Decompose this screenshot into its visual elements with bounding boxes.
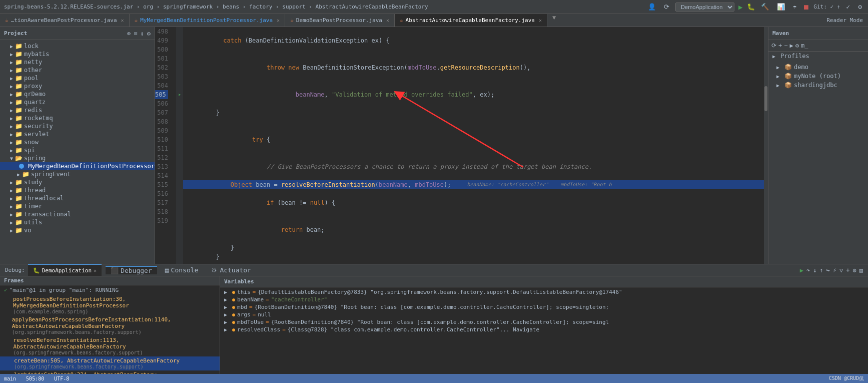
tab-actuator[interactable]: ⛭ Actuator	[206, 266, 256, 274]
sidebar-item-utils[interactable]: ▶ 📁 utils	[0, 218, 155, 226]
sidebar-settings-icon[interactable]: ⚙	[147, 30, 151, 37]
sidebar-item-springevent[interactable]: ▶ 📁 springEvent	[0, 170, 155, 178]
sidebar-item-pool[interactable]: ▶ 📁 pool	[0, 74, 155, 82]
frame-item-3[interactable]: resolveBeforeInstantiation:1113, Abstrac…	[0, 336, 220, 356]
frame-item-5[interactable]: lambda$doGetBean$0:324, AbstractBeanFact…	[0, 370, 220, 374]
editor-area: 498 499 500 501 502 503 504 505 506 507 …	[155, 27, 768, 264]
profiles-label: Profiles	[780, 53, 809, 60]
step-over-icon[interactable]: ↷	[806, 267, 810, 274]
maven-item-demo[interactable]: ▶ 📦 demo	[768, 63, 868, 72]
sidebar-item-security[interactable]: ▶ 📁 security	[0, 122, 155, 130]
close-tab-1[interactable]: ✕	[121, 18, 124, 23]
coverage-icon[interactable]: ☂	[791, 3, 799, 11]
sidebar-collapse-icon[interactable]: ≡	[134, 30, 137, 37]
maven-refresh-icon[interactable]: ⟳	[771, 42, 776, 49]
maven-settings-icon[interactable]: ⚙	[795, 42, 799, 49]
maven-item-mynote[interactable]: ▶ 📦 myNote (root)	[768, 72, 868, 81]
maven-profiles[interactable]: ▶ Profiles	[768, 52, 868, 61]
frame-item-4[interactable]: createBean:505, AbstractAutowireCapableB…	[0, 356, 220, 370]
var-args[interactable]: ▶ ● args = null	[220, 311, 868, 318]
sidebar-item-mybatis[interactable]: ▶ 📁 mybatis	[0, 50, 155, 58]
settings-icon[interactable]: ⚙	[856, 3, 864, 11]
maven-more-icon[interactable]: m̲	[801, 42, 808, 49]
sidebar-item-proxy[interactable]: ▶ 📁 proxy	[0, 82, 155, 90]
step-into-icon[interactable]: ↓	[813, 267, 816, 274]
sidebar-item-redis[interactable]: ▶ 📁 redis	[0, 106, 155, 114]
evaluate-icon[interactable]: ⚡	[833, 267, 836, 274]
var-resolvedclass[interactable]: ▶ ● resolvedClass = {Class@7828} "class …	[220, 326, 868, 333]
editor-scrollbar-thumb[interactable]	[764, 86, 767, 111]
var-mbd[interactable]: ▶ ● mbd = {RootBeanDefinition@7840} "Roo…	[220, 303, 868, 311]
var-this[interactable]: ▶ ● this = {DefaultListableBeanFactory@7…	[220, 288, 868, 296]
maven-item-shardingjdbc[interactable]: ▶ 📦 shardingjdbc	[768, 81, 868, 90]
demo-arrow: ▶	[776, 65, 782, 70]
profile-icon[interactable]: 👤	[646, 3, 658, 11]
sidebar-item-threadlocal[interactable]: ▶ 📁 threadlocal	[0, 194, 155, 202]
item-label-transactional: transactional	[24, 211, 71, 218]
folder-icon-security: 📁	[15, 123, 23, 130]
close-tab-2[interactable]: ✕	[277, 18, 280, 23]
tab-console[interactable]: ▤ Console	[160, 266, 204, 274]
var-beanname[interactable]: ▶ ● beanName = "cacheController"	[220, 296, 868, 303]
run-cursor-icon[interactable]: ↪	[826, 267, 830, 274]
sidebar-item-snow[interactable]: ▶ 📁 snow	[0, 138, 155, 146]
sidebar-item-study[interactable]: ▶ 📁 study	[0, 178, 155, 186]
debug-button[interactable]: 🐛	[747, 3, 755, 11]
close-tab-3[interactable]: ✕	[386, 18, 389, 23]
sidebar-item-mymerged[interactable]: MyMergedBeanDefinitionPostProcessor	[0, 162, 155, 170]
var-this-icon: ●	[232, 289, 235, 295]
sidebar-item-vo[interactable]: ▶ 📁 vo	[0, 226, 155, 234]
filter-icon[interactable]: ▽	[839, 267, 843, 274]
close-tab-4[interactable]: ✕	[539, 18, 542, 23]
sidebar-item-transactional[interactable]: ▶ 📁 transactional	[0, 210, 155, 218]
sidebar-item-netty[interactable]: ▶ 📁 netty	[0, 58, 155, 66]
sidebar-item-spi[interactable]: ▶ 📁 spi	[0, 146, 155, 154]
run-button[interactable]: ▶	[738, 3, 742, 11]
tab-demoapplication[interactable]: 🐛 DemoApplication ✕	[28, 264, 102, 276]
sidebar-item-quartz[interactable]: ▶ 📁 quartz	[0, 98, 155, 106]
sidebar-scope-icon[interactable]: ⊕	[127, 30, 131, 37]
sidebar: Project ⊕ ≡ ↕ ⚙ ▶ 📁 lock ▶ 📁 mybatis	[0, 27, 155, 264]
tab-mymerged[interactable]: ☕ MyMergedBeanDefinitionPostProcessor.ja…	[130, 14, 286, 27]
layout-icon[interactable]: ▤	[859, 267, 863, 274]
close-debug-tab[interactable]: ✕	[94, 268, 97, 273]
frame-item-2[interactable]: applyBeanPostProcessorsBeforeInstantiati…	[0, 315, 220, 336]
tab-tionaware[interactable]: ☕ …tionAwareBeanPostProcessor.java ✕	[0, 14, 130, 27]
item-label-proxy: proxy	[24, 83, 42, 90]
sidebar-item-servlet[interactable]: ▶ 📁 servlet	[0, 130, 155, 138]
resume-icon[interactable]: ▶	[800, 267, 803, 274]
maven-remove-icon[interactable]: −	[784, 42, 787, 49]
debugger-panel: Frames ✓ "main"@1 in group "main": RUNNI…	[0, 276, 220, 374]
build-icon[interactable]: 🔨	[759, 3, 771, 11]
editor-scrollbar[interactable]	[764, 27, 768, 264]
settings2-icon[interactable]: ⚙	[853, 267, 856, 274]
frame-name-2: applyBeanPostProcessorsBeforeInstantiati…	[12, 316, 171, 329]
sidebar-item-timer[interactable]: ▶ 📁 timer	[0, 202, 155, 210]
step-out-icon[interactable]: ↑	[819, 267, 823, 274]
sidebar-item-lock[interactable]: ▶ 📁 lock	[0, 42, 155, 50]
maven-add-icon[interactable]: +	[778, 42, 782, 49]
tab-abstractautowire[interactable]: ☕ AbstractAutowireCapableBeanFactory.jav…	[395, 14, 547, 27]
code-line-510: catch (Throwable ex) {	[183, 261, 768, 264]
tab-debugger[interactable]: ⬛ Debugger	[106, 266, 157, 274]
sidebar-item-spring[interactable]: ▼ 📂 spring	[0, 154, 155, 162]
tab-demo[interactable]: ☕ DemoBeanPostProcessor.java ✕	[285, 14, 395, 27]
var-mbdtouse[interactable]: ▶ ● mbdToUse = {RootBeanDefinition@7840}…	[220, 318, 868, 326]
check-icon: ✓	[4, 287, 8, 293]
sidebar-item-other[interactable]: ▶ 📁 other	[0, 66, 155, 74]
sidebar-item-rocketmq[interactable]: ▶ 📁 rocketmq	[0, 114, 155, 122]
stop-button[interactable]: ⏹	[802, 3, 809, 11]
sidebar-item-qrdemo[interactable]: ▶ 📁 qrDemo	[0, 90, 155, 98]
add-watch-icon[interactable]: +	[846, 267, 849, 274]
profile2-icon[interactable]: 📊	[775, 3, 787, 11]
frame-item-1[interactable]: postProcessBeforeInstantiation:30, MyMer…	[0, 295, 220, 315]
sidebar-expand-icon[interactable]: ↕	[141, 30, 144, 37]
checkmark-icon[interactable]: ✓	[844, 3, 852, 11]
code-lines[interactable]: catch (BeanDefinitionValidationException…	[183, 27, 768, 264]
more-tabs-icon[interactable]: ▼	[549, 14, 559, 27]
reader-mode-button[interactable]: Reader Mode	[821, 14, 868, 27]
vcs-icon[interactable]: ⟳	[662, 3, 671, 11]
sidebar-item-thread[interactable]: ▶ 📁 thread	[0, 186, 155, 194]
app-selector[interactable]: DemoApplication	[675, 3, 734, 12]
maven-run-icon[interactable]: ▶	[789, 42, 793, 49]
